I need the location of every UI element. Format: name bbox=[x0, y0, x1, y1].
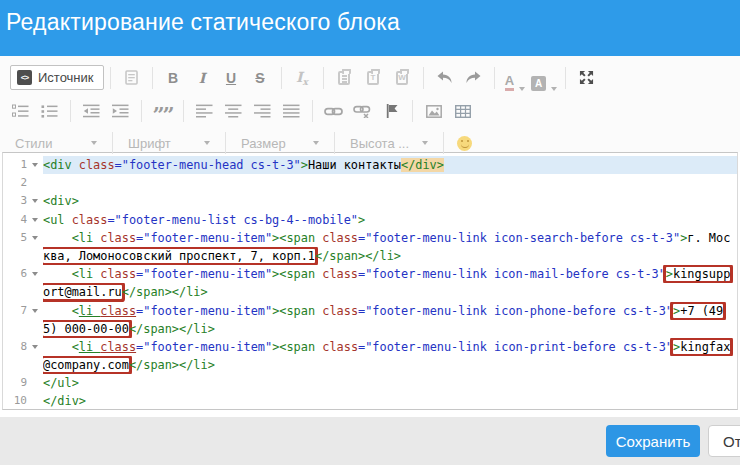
code-line[interactable]: @company.com</span></li> bbox=[3, 356, 737, 374]
code-line[interactable]: 8 <li class="footer-menu-item"><span cla… bbox=[3, 338, 737, 356]
maximize-button[interactable] bbox=[572, 64, 601, 91]
code-token: ="footer-menu-list cs-bg-4--mobile" bbox=[107, 213, 358, 227]
code-line[interactable]: 5) 000-00-00</span></li> bbox=[3, 320, 737, 338]
code-line[interactable]: 2 bbox=[3, 174, 737, 192]
align-center-button[interactable] bbox=[219, 98, 248, 125]
source-button[interactable]: <> Источник bbox=[10, 65, 104, 90]
gutter: 2 bbox=[3, 174, 43, 192]
underline-button[interactable]: U bbox=[217, 64, 246, 91]
paste-button[interactable] bbox=[330, 64, 359, 91]
line-number: 6 bbox=[3, 265, 27, 283]
fold-toggle[interactable] bbox=[27, 211, 43, 229]
code-token: +7 (49 bbox=[680, 304, 723, 318]
gutter: 5 bbox=[3, 229, 43, 247]
code-text: <li class="footer-menu-item"><span class… bbox=[43, 229, 737, 247]
fold-toggle[interactable] bbox=[27, 156, 43, 174]
bulleted-list-button[interactable] bbox=[35, 98, 64, 125]
font-dropdown[interactable]: Шрифт bbox=[119, 130, 219, 156]
source-code-editor[interactable]: 1<div class="footer-menu-head cs-t-3">На… bbox=[2, 152, 738, 410]
anchor-flag-icon bbox=[386, 104, 398, 118]
strikethrough-button[interactable]: S bbox=[246, 64, 275, 91]
code-line[interactable]: 7 <li class="footer-menu-item"><span cla… bbox=[3, 302, 737, 320]
text-color-button[interactable]: A bbox=[501, 64, 530, 91]
smiley-button[interactable] bbox=[450, 130, 479, 157]
align-left-button[interactable] bbox=[190, 98, 219, 125]
code-token: class bbox=[322, 231, 358, 245]
source-icon: <> bbox=[17, 70, 32, 85]
chevron-down-icon bbox=[91, 141, 97, 145]
line-number bbox=[3, 356, 27, 374]
red-annotation-box: >kingsupp bbox=[666, 267, 730, 281]
code-token: </span></li> bbox=[122, 285, 208, 299]
line-number: 7 bbox=[3, 302, 27, 320]
separator bbox=[334, 132, 335, 154]
code-line[interactable]: 10</div> bbox=[3, 392, 737, 410]
code-line[interactable]: 6 <li class="footer-menu-item"><span cla… bbox=[3, 265, 737, 283]
remove-format-button[interactable]: Ix bbox=[288, 64, 317, 91]
gutter: 1 bbox=[3, 156, 43, 174]
fold-toggle[interactable] bbox=[27, 192, 43, 210]
paste-text-button[interactable]: T bbox=[359, 64, 388, 91]
blockquote-icon: ”” bbox=[152, 102, 172, 120]
code-line[interactable]: 3<div> bbox=[3, 192, 737, 210]
separator bbox=[281, 67, 282, 89]
separator bbox=[565, 67, 566, 89]
size-dropdown-label: Размер bbox=[241, 136, 286, 151]
italic-button[interactable]: I bbox=[188, 64, 217, 91]
code-text: <div> bbox=[43, 192, 737, 210]
fold-toggle[interactable] bbox=[27, 265, 43, 283]
paste-word-button[interactable]: W bbox=[388, 64, 417, 91]
fold-toggle[interactable] bbox=[27, 229, 43, 247]
code-token: 5) 000-00-00 bbox=[43, 322, 129, 336]
code-text bbox=[43, 174, 737, 192]
blockquote-button[interactable]: ”” bbox=[148, 98, 177, 125]
cancel-button[interactable]: Отмена bbox=[708, 425, 740, 457]
code-text: ква, Ломоносовский проспект, 7, корп.1</… bbox=[43, 247, 737, 265]
size-dropdown[interactable]: Размер bbox=[232, 130, 328, 156]
bold-icon: B bbox=[168, 70, 178, 86]
code-token: ="footer-menu-item" bbox=[136, 304, 272, 318]
code-line[interactable]: 5 <li class="footer-menu-item"><span cla… bbox=[3, 229, 737, 247]
bg-color-button[interactable]: A bbox=[530, 64, 559, 91]
unlink-button[interactable] bbox=[348, 98, 377, 125]
table-button[interactable] bbox=[448, 98, 477, 125]
undo-button[interactable] bbox=[430, 64, 459, 91]
code-line[interactable]: ort@mail.ru</span></li> bbox=[3, 283, 737, 301]
redo-button[interactable] bbox=[459, 64, 488, 91]
templates-button[interactable] bbox=[117, 64, 146, 91]
code-token: </div> bbox=[401, 158, 444, 172]
outdent-button[interactable] bbox=[77, 98, 106, 125]
align-justify-button[interactable] bbox=[277, 98, 306, 125]
line-number: 1 bbox=[3, 156, 27, 174]
indent-button[interactable] bbox=[106, 98, 135, 125]
styles-dropdown[interactable]: Стили bbox=[6, 130, 106, 156]
anchor-button[interactable] bbox=[377, 98, 406, 125]
code-line[interactable]: 4<ul class="footer-menu-list cs-bg-4--mo… bbox=[3, 211, 737, 229]
code-text: <div class="footer-menu-head cs-t-3">Наш… bbox=[43, 156, 737, 174]
code-token bbox=[43, 340, 72, 354]
align-right-icon bbox=[254, 104, 271, 118]
code-line[interactable]: 9</ul> bbox=[3, 374, 737, 392]
image-button[interactable] bbox=[419, 98, 448, 125]
code-token: ="footer-menu-head cs-t-3" bbox=[115, 158, 301, 172]
gutter bbox=[3, 356, 43, 374]
code-token: <div> bbox=[43, 194, 79, 208]
fold-toggle[interactable] bbox=[27, 302, 43, 320]
bold-button[interactable]: B bbox=[159, 64, 188, 91]
line-number: 9 bbox=[3, 374, 27, 392]
save-button[interactable]: Сохранить bbox=[606, 425, 700, 457]
fold-toggle[interactable] bbox=[27, 338, 43, 356]
line-height-dropdown[interactable]: Высота ... bbox=[341, 130, 437, 156]
toolbar-row-2: ”” bbox=[6, 95, 734, 127]
code-token: </span></li> bbox=[129, 358, 215, 372]
code-text: </div> bbox=[43, 392, 737, 410]
code-token: ="footer-menu-link icon-mail-before cs-t… bbox=[358, 267, 666, 281]
gutter: 6 bbox=[3, 265, 43, 283]
code-line[interactable]: ква, Ломоносовский проспект, 7, корп.1</… bbox=[3, 247, 737, 265]
font-dropdown-label: Шрифт bbox=[128, 136, 171, 151]
code-line[interactable]: 1<div class="footer-menu-head cs-t-3">На… bbox=[3, 156, 737, 174]
link-button[interactable] bbox=[319, 98, 348, 125]
gutter: 7 bbox=[3, 302, 43, 320]
numbered-list-button[interactable] bbox=[6, 98, 35, 125]
align-right-button[interactable] bbox=[248, 98, 277, 125]
